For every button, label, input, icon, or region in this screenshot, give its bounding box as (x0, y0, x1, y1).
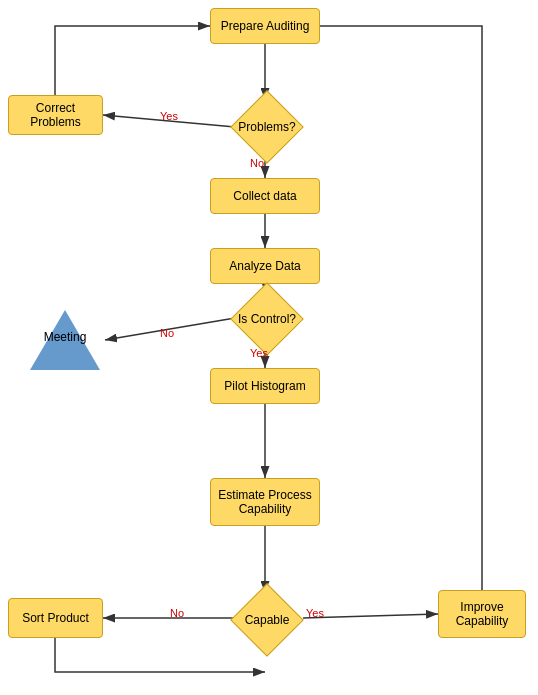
analyze-data-box: Analyze Data (210, 248, 320, 284)
correct-problems-box: Correct Problems (8, 95, 103, 135)
no-capable-label: No (170, 607, 184, 619)
sort-product-box: Sort Product (8, 598, 103, 638)
yes-capable-label: Yes (306, 607, 324, 619)
prepare-auditing-box: Prepare Auditing (210, 8, 320, 44)
capable-diamond: Capable (229, 593, 305, 647)
no-problems-label: No (250, 157, 264, 169)
problems-diamond: Problems? (229, 100, 305, 154)
flowchart: Prepare Auditing Correct Problems Proble… (0, 0, 538, 695)
yes-problems-label: Yes (160, 110, 178, 122)
collect-data-box: Collect data (210, 178, 320, 214)
is-control-diamond: Is Control? (229, 292, 305, 346)
yes-control-label: Yes (250, 347, 268, 359)
pilot-histogram-box: Pilot Histogram (210, 368, 320, 404)
estimate-process-box: Estimate Process Capability (210, 478, 320, 526)
no-control-label: No (160, 327, 174, 339)
improve-capability-box: Improve Capability (438, 590, 526, 638)
